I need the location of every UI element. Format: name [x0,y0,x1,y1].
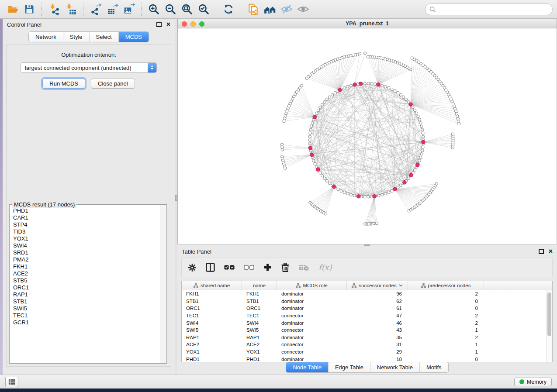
search-field[interactable] [425,3,553,15]
table-row[interactable]: SWI4SWI4dominator462 [182,319,552,327]
save-icon [24,3,35,15]
tab-node-table[interactable]: Node Table [286,362,328,372]
scrollbar-thumb[interactable] [547,292,551,336]
eye-icon [297,3,309,15]
first-neighbors-button[interactable] [262,2,278,17]
show-all-button[interactable] [295,2,311,17]
mcds-result-item[interactable]: STB1 [13,298,157,305]
mcds-result-item[interactable]: ORC1 [13,284,157,291]
zoom-fit-button[interactable] [179,2,195,17]
memory-button[interactable]: Memory [514,378,552,386]
list-menu-icon [8,379,16,385]
table-row[interactable]: PHD1PHD1dominator180 [182,355,552,362]
tab-network-table[interactable]: Network Table [370,362,419,372]
mcds-result-item[interactable]: FKH1 [13,263,157,270]
select-all-rows-button[interactable] [224,265,235,270]
table-row[interactable]: ORC1ORC1dominator610 [182,305,552,312]
hide-selected-button[interactable] [278,2,295,17]
delete-table-icon [299,264,309,271]
toolbar-separator [241,3,241,16]
new-network-from-selection-button[interactable] [245,2,262,17]
mcds-result-item[interactable]: GCR1 [13,319,157,326]
mcds-result-item[interactable]: STB5 [13,277,157,284]
selected-criterion: largest connected component (undirected) [21,65,148,71]
table-row[interactable]: SWI5SWI5connector431 [182,327,552,334]
network-canvas[interactable] [177,28,557,244]
table-panel: Table Panel × [177,246,557,375]
toolbar-separator [216,3,216,16]
tab-mcds[interactable]: MCDS [118,32,149,42]
mcds-result-item[interactable]: TID3 [13,228,157,235]
apply-function-button[interactable]: f(x) [318,263,332,272]
tab-edge-table[interactable]: Edge Table [328,362,370,372]
status-menu-button[interactable] [5,377,18,387]
mcds-result-item[interactable]: ACE2 [13,270,157,277]
column-header-successor-nodes[interactable]: successor nodes [347,281,408,290]
mcds-result-item[interactable]: CAR1 [13,214,157,221]
export-table-button[interactable] [104,2,121,17]
memory-label: Memory [527,379,547,385]
table-row[interactable]: STB1STB1dominator620 [182,298,552,305]
zoom-in-button[interactable] [145,2,162,17]
node-table: shared namenameMCDS rolesuccessor nodesp… [181,281,553,362]
deselect-all-rows-button[interactable] [244,265,254,270]
mcds-result-item[interactable]: YOX1 [13,235,157,242]
table-settings-button[interactable] [188,263,197,272]
tab-motifs[interactable]: Motifs [419,362,448,372]
split-table-panel-button[interactable] [206,263,215,272]
tab-network[interactable]: Network [29,32,63,42]
mcds-result-item[interactable]: PMA2 [13,256,157,263]
column-header-predecessor-nodes[interactable]: predecessor nodes [408,281,484,290]
memory-status-icon [519,379,524,384]
delete-table-button[interactable] [299,264,309,271]
import-network-button[interactable] [46,2,62,17]
column-header-shared-name[interactable]: shared name [182,281,242,290]
close-panel-button[interactable]: Close panel [91,79,135,89]
mcds-result-item[interactable]: RAP1 [13,291,157,298]
mcds-result-item[interactable]: STP4 [13,221,157,228]
window-maximize-icon[interactable] [199,21,204,27]
table-row[interactable]: TEC1TEC1connector472 [182,312,552,320]
network-view-titlebar[interactable]: YPA_prune.txt_1 [177,19,557,28]
table-toolbar: f(x) [181,258,553,277]
close-panel-icon[interactable]: × [549,249,553,254]
zoom-out-button[interactable] [162,2,179,17]
export-image-button[interactable] [121,2,137,17]
window-close-icon[interactable] [182,21,187,27]
optimization-criterion-select[interactable]: largest connected component (undirected) [21,62,157,73]
open-file-button[interactable] [4,2,21,17]
delete-columns-button[interactable] [281,263,290,272]
window-minimize-icon[interactable] [190,21,196,27]
mcds-result-item[interactable]: TEC1 [13,312,157,319]
float-panel-icon[interactable] [539,249,544,254]
import-network-icon [48,3,60,15]
mcds-result-item[interactable]: SWI5 [13,305,157,312]
graph-edges [282,53,459,224]
tab-select[interactable]: Select [89,32,118,42]
float-panel-icon[interactable] [156,22,162,27]
table-row[interactable]: YOX1YOX1connector291 [182,348,552,356]
save-session-button[interactable] [21,2,38,17]
checked-boxes-icon [224,265,235,270]
mcds-result-item[interactable]: PHD1 [13,207,157,214]
table-row[interactable]: RAP1RAP1dominator352 [182,334,552,341]
table-row[interactable]: ACE2ACE2connector311 [182,341,552,348]
run-mcds-button[interactable]: Run MCDS [42,79,85,89]
table-row[interactable]: FKH1FKH1dominator962 [182,290,552,298]
close-panel-icon[interactable]: × [166,22,170,27]
search-input[interactable] [436,6,548,13]
tab-style[interactable]: Style [63,32,89,42]
table-scrollbar[interactable] [546,290,552,362]
export-network-button[interactable] [87,2,104,17]
column-header-name[interactable]: name [242,281,277,290]
add-column-button[interactable] [263,263,272,272]
mcds-list-scrollbar[interactable] [160,205,166,363]
apply-layout-button[interactable] [220,2,237,17]
mcds-result-item[interactable]: SWI4 [13,242,157,249]
export-table-icon [107,3,118,15]
zoom-selected-button[interactable] [195,2,212,17]
column-header-MCDS-role[interactable]: MCDS role [277,281,347,290]
import-table-button[interactable] [62,2,79,17]
zoom-out-icon [164,3,176,15]
mcds-result-item[interactable]: SRD1 [13,249,157,256]
